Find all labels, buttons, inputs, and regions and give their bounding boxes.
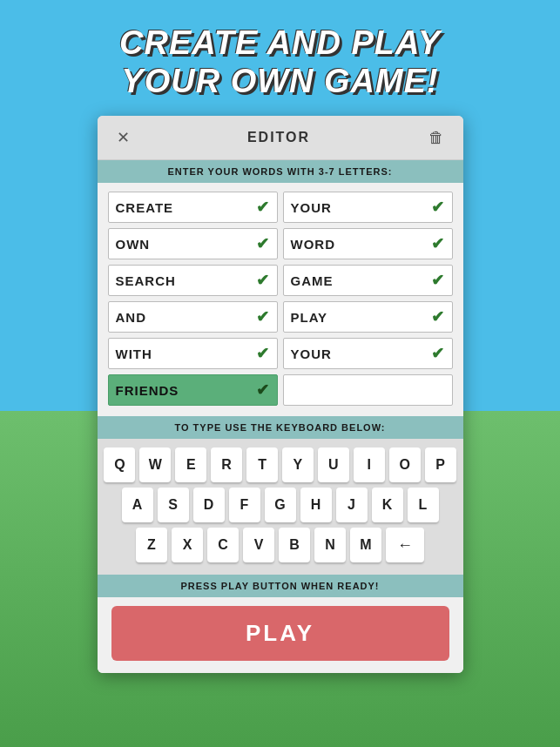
key-s[interactable]: S xyxy=(158,488,189,522)
word-cell[interactable]: OWN✔ xyxy=(108,228,278,259)
key-l[interactable]: L xyxy=(408,488,439,522)
page-title: CREATE AND PLAY YOUR OWN GAME! xyxy=(0,0,560,116)
word-text: YOUR xyxy=(291,200,332,215)
word-text: WITH xyxy=(116,347,152,361)
word-cell[interactable]: AND✔ xyxy=(108,301,278,333)
word-cell[interactable]: WORD✔ xyxy=(283,228,453,259)
play-bar: PRESS PLAY BUTTON WHEN READY! xyxy=(98,575,463,597)
keyboard-instruction: TO TYPE USE THE KEYBOARD BELOW: xyxy=(98,416,463,439)
trash-button[interactable]: 🗑 xyxy=(423,127,449,149)
checkmark-icon: ✔ xyxy=(256,271,270,290)
keyboard-area: QWERTYUIOPASDFGHJKLZXCVBNM← xyxy=(98,439,463,575)
backspace-key[interactable]: ← xyxy=(386,528,424,562)
word-cell[interactable]: CREATE✔ xyxy=(108,192,278,223)
words-grid: CREATE✔YOUR✔OWN✔WORD✔SEARCH✔GAME✔AND✔PLA… xyxy=(98,183,463,414)
checkmark-icon: ✔ xyxy=(256,307,270,326)
key-m[interactable]: M xyxy=(350,528,381,562)
word-text: GAME xyxy=(291,273,334,288)
key-v[interactable]: V xyxy=(243,528,274,562)
word-cell[interactable] xyxy=(283,374,453,406)
keyboard-row: ASDFGHJKL xyxy=(105,488,456,522)
checkmark-icon: ✔ xyxy=(431,271,445,290)
key-d[interactable]: D xyxy=(193,488,225,522)
play-button[interactable]: PLAY xyxy=(111,606,449,661)
key-y[interactable]: Y xyxy=(282,448,314,482)
checkmark-icon: ✔ xyxy=(431,198,445,217)
checkmark-icon: ✔ xyxy=(431,307,445,326)
key-q[interactable]: Q xyxy=(104,448,135,482)
word-cell[interactable]: WITH✔ xyxy=(108,338,278,369)
keyboard-row: QWERTYUIOP xyxy=(105,448,456,482)
word-text: WORD xyxy=(291,237,336,252)
word-text: OWN xyxy=(116,237,151,252)
word-text: YOUR xyxy=(291,347,332,361)
key-j[interactable]: J xyxy=(336,488,368,522)
word-text: AND xyxy=(116,310,147,325)
key-p[interactable]: P xyxy=(425,448,456,482)
key-a[interactable]: A xyxy=(122,488,153,522)
key-x[interactable]: X xyxy=(172,528,203,562)
instruction-bar: ENTER YOUR WORDS WITH 3-7 LETTERS: xyxy=(98,160,463,183)
word-cell[interactable]: PLAY✔ xyxy=(283,301,453,333)
key-r[interactable]: R xyxy=(211,448,242,482)
key-c[interactable]: C xyxy=(207,528,239,562)
keyboard-row: ZXCVBNM← xyxy=(105,528,456,562)
word-text: PLAY xyxy=(291,310,328,325)
word-text: SEARCH xyxy=(116,273,176,288)
key-h[interactable]: H xyxy=(300,488,332,522)
modal-header: ✕ EDITOR 🗑 xyxy=(98,116,463,160)
close-button[interactable]: ✕ xyxy=(111,126,135,149)
key-k[interactable]: K xyxy=(372,488,403,522)
checkmark-icon: ✔ xyxy=(256,234,270,253)
key-z[interactable]: Z xyxy=(136,528,167,562)
key-u[interactable]: U xyxy=(318,448,349,482)
key-w[interactable]: W xyxy=(139,448,171,482)
word-cell[interactable]: YOUR✔ xyxy=(283,338,453,369)
word-cell[interactable]: SEARCH✔ xyxy=(108,265,278,296)
key-f[interactable]: F xyxy=(229,488,260,522)
checkmark-icon: ✔ xyxy=(431,234,445,253)
word-text: FRIENDS xyxy=(116,383,179,398)
key-t[interactable]: T xyxy=(246,448,278,482)
checkmark-icon: ✔ xyxy=(431,344,445,363)
key-g[interactable]: G xyxy=(265,488,296,522)
checkmark-icon: ✔ xyxy=(256,344,270,363)
key-n[interactable]: N xyxy=(314,528,346,562)
word-text: CREATE xyxy=(116,200,174,215)
modal-title: EDITOR xyxy=(247,130,310,145)
key-i[interactable]: I xyxy=(354,448,385,482)
word-cell[interactable]: GAME✔ xyxy=(283,265,453,296)
key-b[interactable]: B xyxy=(279,528,310,562)
checkmark-icon: ✔ xyxy=(256,380,270,400)
word-cell[interactable]: YOUR✔ xyxy=(283,192,453,223)
checkmark-icon: ✔ xyxy=(256,198,270,217)
word-cell[interactable]: FRIENDS✔ xyxy=(108,374,278,406)
play-button-area: PLAY xyxy=(98,597,463,673)
editor-modal: ✕ EDITOR 🗑 ENTER YOUR WORDS WITH 3-7 LET… xyxy=(98,116,463,673)
key-e[interactable]: E xyxy=(175,448,206,482)
key-o[interactable]: O xyxy=(389,448,421,482)
